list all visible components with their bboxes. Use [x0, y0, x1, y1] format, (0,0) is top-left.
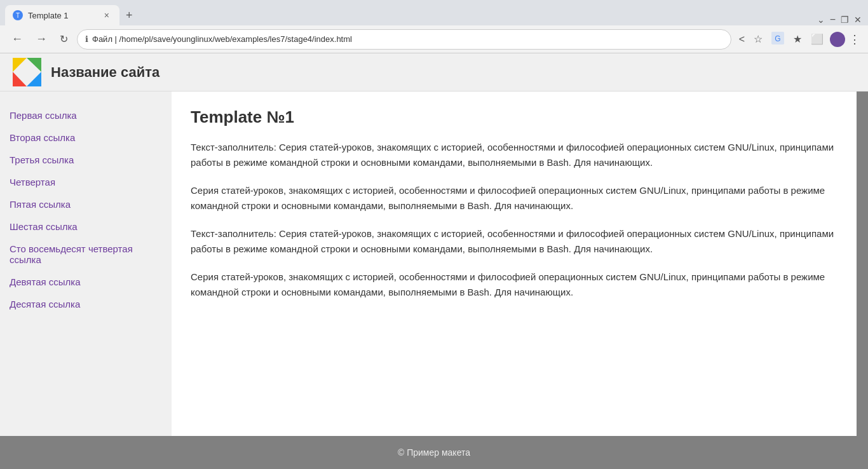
tab-bar: T Template 1 × + ⌄ − ❐ ✕: [0, 0, 868, 25]
page-heading: Template №1: [191, 107, 837, 127]
footer-text: © Пример макета: [398, 447, 470, 458]
address-bar-actions: < ☆ G ★ ⬜ ⋮: [736, 29, 860, 50]
site-header: Название сайта: [0, 53, 868, 92]
translate-icon[interactable]: G: [769, 29, 787, 50]
svg-text:T: T: [16, 12, 20, 19]
scrollbar[interactable]: [857, 92, 868, 436]
tab-favicon: T: [13, 10, 23, 20]
content-paragraph-3: Текст-заполнитель: Серия статей-уроков, …: [191, 226, 837, 257]
address-bar: ← → ↻ ℹ Файл | /home/pl/save/younglinux/…: [0, 25, 868, 53]
window-minimize-button[interactable]: −: [830, 14, 836, 25]
sidebar-link-7[interactable]: Сто восемьдесят четвертая ссылка: [10, 238, 162, 271]
site-logo: [13, 58, 41, 86]
share-icon[interactable]: <: [736, 31, 747, 48]
svg-marker-6: [13, 72, 27, 86]
url-protocol: Файл | /home/pl/save/younglinux/web/exam…: [92, 34, 723, 44]
svg-marker-5: [27, 58, 41, 72]
reload-button[interactable]: ↻: [56, 31, 72, 48]
window-close-button[interactable]: ✕: [854, 15, 862, 25]
window-maximize-button[interactable]: ❐: [841, 15, 849, 25]
site-footer: © Пример макета: [0, 436, 868, 469]
sidebar: Первая ссылка Вторая ссылка Третья ссылк…: [0, 92, 172, 436]
sidebar-link-4[interactable]: Четвертая: [10, 171, 162, 193]
tab-close-button[interactable]: ×: [102, 9, 112, 22]
content-paragraph-4: Серия статей-уроков, знакомящих с истори…: [191, 269, 837, 300]
content-paragraph-1: Текст-заполнитель: Серия статей-уроков, …: [191, 140, 837, 170]
bookmark-icon[interactable]: ☆: [751, 31, 765, 48]
sidebar-link-8[interactable]: Девятая ссылка: [10, 271, 162, 293]
window-controls: ⌄ − ❐ ✕: [817, 14, 868, 25]
active-tab[interactable]: T Template 1 ×: [5, 5, 119, 25]
website: Название сайта Первая ссылка Вторая ссыл…: [0, 53, 868, 469]
sidebar-link-9[interactable]: Десятая ссылка: [10, 293, 162, 315]
sidebar-link-3[interactable]: Третья ссылка: [10, 149, 162, 171]
sidebar-link-6[interactable]: Шестая ссылка: [10, 215, 162, 238]
url-info-icon: ℹ: [85, 34, 88, 44]
menu-button[interactable]: ⋮: [849, 32, 860, 46]
main-content: Template №1 Текст-заполнитель: Серия ста…: [172, 92, 857, 436]
window-dropdown-icon[interactable]: ⌄: [817, 15, 825, 25]
tab-title: Template 1: [28, 11, 97, 20]
sidebar-link-1[interactable]: Первая ссылка: [10, 104, 162, 126]
forward-button[interactable]: →: [32, 30, 51, 48]
back-button[interactable]: ←: [8, 30, 27, 48]
svg-marker-7: [27, 72, 41, 86]
svg-marker-4: [13, 58, 27, 72]
browser-chrome: T Template 1 × + ⌄ − ❐ ✕ ← → ↻ ℹ Файл | …: [0, 0, 868, 53]
sidebar-link-2[interactable]: Вторая ссылка: [10, 126, 162, 149]
svg-text:G: G: [775, 34, 780, 43]
extensions-icon[interactable]: ★: [790, 31, 804, 48]
cast-icon[interactable]: ⬜: [808, 31, 826, 48]
profile-button[interactable]: [830, 32, 845, 47]
site-title: Название сайта: [51, 64, 159, 81]
site-body: Первая ссылка Вторая ссылка Третья ссылк…: [0, 92, 868, 436]
new-tab-button[interactable]: +: [119, 9, 139, 22]
content-paragraph-2: Серия статей-уроков, знакомящих с истори…: [191, 183, 837, 214]
url-bar[interactable]: ℹ Файл | /home/pl/save/younglinux/web/ex…: [77, 29, 731, 50]
sidebar-link-5[interactable]: Пятая ссылка: [10, 193, 162, 215]
